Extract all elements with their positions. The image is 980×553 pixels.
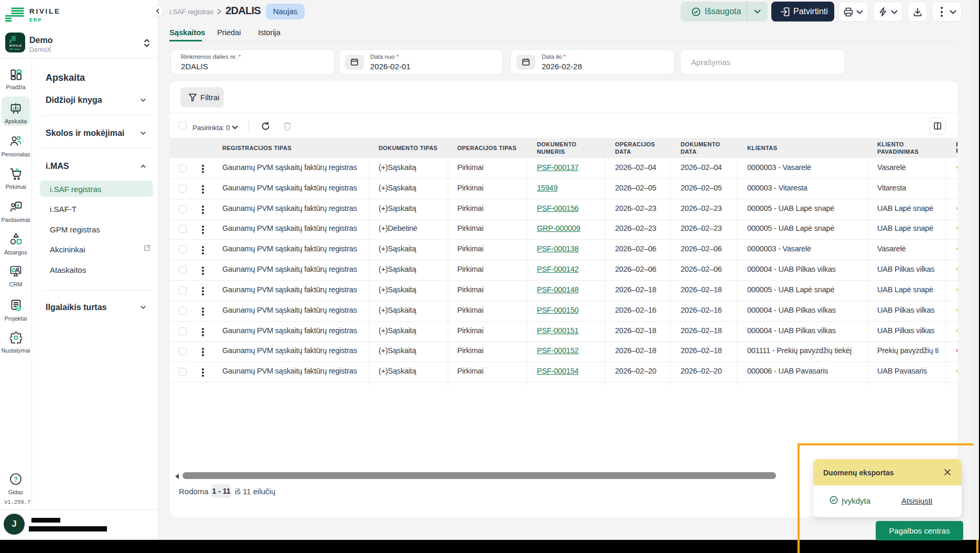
svg-text:ERP: ERP [9,48,14,50]
svg-text:RIVILE: RIVILE [9,44,22,47]
svg-text:ERP: ERP [29,17,42,23]
svg-text:demo: demo [15,48,20,50]
svg-text:RIVILE: RIVILE [29,7,61,15]
svg-text:?: ? [14,475,18,483]
